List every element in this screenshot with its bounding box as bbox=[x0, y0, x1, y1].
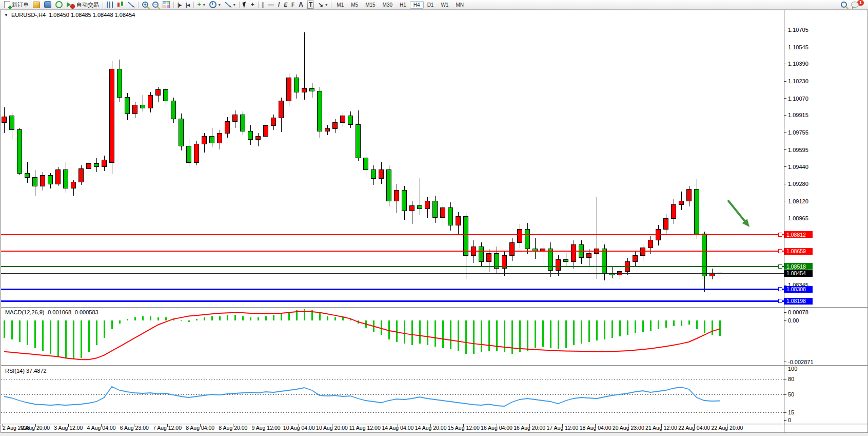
expert-advisors-button[interactable] bbox=[42, 1, 53, 9]
macd-histogram-bar bbox=[258, 317, 259, 320]
top-toolbar: 新订单 自动交易 + − |▸ |◂ +▾ ▾ ▾ + | — / E F A … bbox=[0, 0, 868, 10]
line-handle-1.08198[interactable] bbox=[779, 299, 782, 303]
chart-area[interactable]: 1.107051.105451.103901.102301.100701.099… bbox=[0, 0, 868, 436]
macd-histogram-bar bbox=[381, 320, 382, 335]
macd-histogram-bar bbox=[450, 320, 451, 349]
line-handle-1.08308[interactable] bbox=[779, 288, 782, 291]
chart-shift-button[interactable]: |◂ bbox=[184, 1, 192, 9]
collapse-triangle-icon[interactable]: ▼ bbox=[4, 13, 8, 17]
line-handle-1.08518[interactable] bbox=[779, 264, 782, 268]
macd-histogram-bar bbox=[427, 320, 428, 345]
toolbar-separator bbox=[258, 2, 259, 8]
macd-histogram-bar bbox=[181, 320, 182, 321]
candle-body bbox=[179, 119, 184, 146]
text-tool-button[interactable]: A bbox=[297, 1, 305, 9]
timeframe-m5-button[interactable]: M5 bbox=[347, 1, 362, 9]
toolbar-separator bbox=[138, 2, 139, 8]
pane-separator[interactable] bbox=[1, 365, 867, 366]
periods-button[interactable]: ▾ bbox=[207, 1, 223, 9]
auto-scroll-button[interactable]: |▸ bbox=[175, 1, 184, 9]
rsi-tick-label: 50 bbox=[788, 391, 794, 397]
zoom-in-icon: + bbox=[142, 2, 148, 8]
chevron-down-icon: ▾ bbox=[203, 3, 205, 7]
horizontal-line-icon: — bbox=[268, 1, 274, 8]
time-tick-label: 21 Aug 12:00 bbox=[645, 425, 677, 431]
signals-icon bbox=[55, 1, 63, 8]
line-handle-1.08659[interactable] bbox=[779, 250, 782, 253]
candle-body bbox=[202, 137, 207, 144]
fibonacci-tool-button[interactable]: F bbox=[289, 1, 297, 9]
timeframe-h4-button[interactable]: H4 bbox=[410, 1, 424, 9]
bar-chart-button[interactable] bbox=[105, 1, 115, 9]
autotrading-button[interactable]: 自动交易 bbox=[65, 1, 101, 9]
pane-separator[interactable] bbox=[1, 307, 867, 308]
line-handle-1.08812[interactable] bbox=[779, 233, 782, 236]
candle-body bbox=[56, 170, 61, 184]
timeframe-m30-button[interactable]: M30 bbox=[379, 1, 396, 9]
price-box-1.08308-label: 1.08308 bbox=[786, 286, 806, 292]
horizontal-line-tool-button[interactable]: — bbox=[266, 1, 276, 9]
macd-histogram-bar bbox=[511, 320, 513, 354]
candle-body bbox=[310, 89, 314, 91]
arrows-tool-icon: ↘ bbox=[318, 1, 323, 8]
timeframe-d1-button[interactable]: D1 bbox=[424, 1, 438, 9]
arrows-tool-button[interactable]: ↘▾ bbox=[316, 1, 329, 9]
macd-histogram-bar bbox=[134, 317, 136, 320]
timeframe-w1-button[interactable]: W1 bbox=[437, 1, 452, 9]
price-tick-label: 1.09280 bbox=[788, 181, 808, 187]
chat-button[interactable]: 1 bbox=[849, 1, 866, 9]
time-tick-label: 16 Aug 20:00 bbox=[514, 425, 545, 431]
candle-body bbox=[271, 118, 276, 126]
expert-advisor-icon bbox=[44, 1, 51, 8]
trendline-tool-button[interactable]: / bbox=[276, 1, 282, 9]
macd-histogram-bar bbox=[196, 319, 198, 320]
candle-body bbox=[510, 242, 515, 255]
macd-histogram-bar bbox=[681, 320, 682, 326]
timeframe-m15-button[interactable]: M15 bbox=[362, 1, 379, 9]
signals-button[interactable] bbox=[53, 1, 65, 9]
channel-tool-button[interactable]: E bbox=[282, 1, 289, 9]
timeframe-h1-button[interactable]: H1 bbox=[396, 1, 410, 9]
candle-body bbox=[518, 230, 522, 242]
chart-shift-icon: |◂ bbox=[186, 2, 190, 8]
candle-body bbox=[571, 244, 576, 262]
candle-body bbox=[364, 158, 368, 170]
macd-histogram-bar bbox=[673, 320, 675, 326]
candle-body bbox=[248, 131, 253, 140]
macd-histogram-bar bbox=[265, 316, 267, 320]
candle-body bbox=[371, 170, 376, 179]
candlestick-chart-button[interactable] bbox=[115, 1, 126, 9]
crosshair-tool-button[interactable]: + bbox=[249, 1, 257, 9]
macd-histogram-bar bbox=[458, 320, 459, 351]
macd-histogram-bar bbox=[142, 316, 144, 320]
candle-body bbox=[325, 129, 330, 131]
macd-histogram-bar bbox=[219, 316, 221, 320]
timeframe-mn-button[interactable]: MN bbox=[452, 1, 467, 9]
tile-windows-button[interactable] bbox=[161, 1, 172, 9]
templates-button[interactable]: ▾ bbox=[223, 1, 238, 9]
macd-histogram-bar bbox=[642, 320, 644, 332]
text-icon: A bbox=[299, 1, 303, 8]
new-order-button[interactable]: 新订单 bbox=[2, 1, 31, 9]
bar-chart-icon bbox=[107, 2, 113, 8]
zoom-in-button[interactable]: + bbox=[140, 1, 150, 9]
market-button[interactable] bbox=[31, 1, 42, 9]
macd-histogram-bar bbox=[165, 317, 167, 320]
macd-histogram-bar bbox=[465, 320, 467, 354]
indicators-button[interactable]: +▾ bbox=[195, 1, 207, 9]
zoom-out-button[interactable]: − bbox=[150, 1, 161, 9]
label-tool-button[interactable]: T bbox=[305, 1, 316, 9]
vertical-line-tool-button[interactable]: | bbox=[260, 1, 266, 9]
line-chart-button[interactable] bbox=[126, 1, 136, 9]
macd-histogram-bar bbox=[157, 317, 159, 320]
timeframe-m1-button[interactable]: M1 bbox=[333, 1, 347, 9]
candle-body bbox=[464, 216, 468, 255]
macd-histogram-bar bbox=[527, 320, 528, 351]
chevron-down-icon: ▾ bbox=[219, 3, 221, 7]
search-button[interactable] bbox=[839, 1, 849, 9]
cursor-tool-button[interactable] bbox=[241, 1, 249, 9]
candle-body bbox=[664, 219, 668, 230]
candle-body bbox=[587, 253, 591, 257]
macd-histogram-bar bbox=[319, 313, 321, 320]
price-tick-label: 1.08965 bbox=[788, 215, 808, 221]
